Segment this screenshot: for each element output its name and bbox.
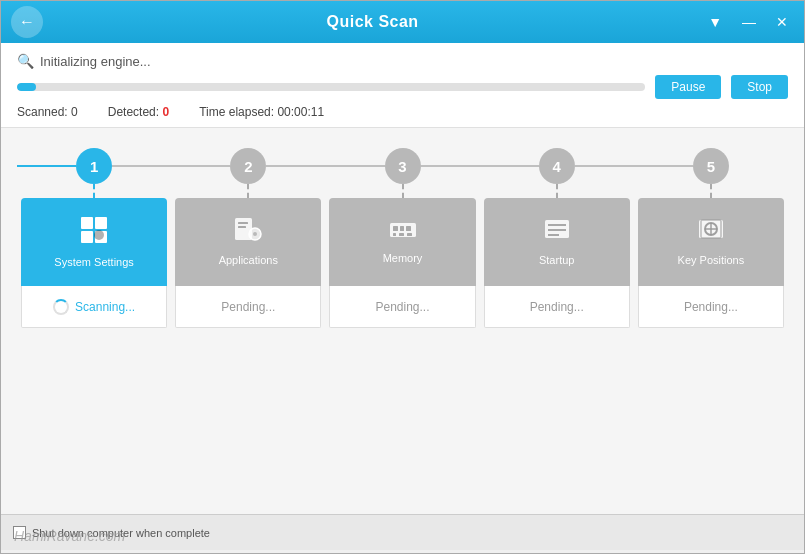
stop-button[interactable]: Stop <box>731 75 788 99</box>
scan-status-text: Initializing engine... <box>40 54 151 69</box>
step-connector-5 <box>710 184 712 198</box>
step-circle-3: 3 <box>385 148 421 184</box>
svg-rect-12 <box>400 226 404 231</box>
step-card-area-1: System Settings Scanning... <box>21 198 167 328</box>
step-header-2: 2 <box>171 148 325 184</box>
step-col-4: 4 Startup Pending... <box>480 148 634 328</box>
detected-label: Detected: 0 <box>108 105 169 119</box>
svg-rect-14 <box>393 233 396 236</box>
title-bar: ← Quick Scan ▼ — ✕ <box>1 1 804 43</box>
step-card-2: Applications <box>175 198 321 286</box>
svg-rect-2 <box>81 231 93 243</box>
step-header-4: 4 <box>480 148 634 184</box>
progress-row: Pause Stop <box>17 75 788 99</box>
app-title: Quick Scan <box>43 13 702 31</box>
main-content: 1 System Settings Scanning... 2 <box>1 128 804 514</box>
step-line-right-3 <box>421 165 480 167</box>
step-col-2: 2 Applications Pending... <box>171 148 325 328</box>
svg-rect-1 <box>95 217 107 229</box>
close-button[interactable]: ✕ <box>770 12 794 32</box>
step-line-right-4 <box>575 165 634 167</box>
step-card-icon-3 <box>388 218 418 246</box>
detected-value: 0 <box>162 105 169 119</box>
svg-point-7 <box>253 232 257 236</box>
step-card-icon-1 <box>78 214 110 250</box>
pause-button[interactable]: Pause <box>655 75 721 99</box>
step-card-label-4: Startup <box>539 254 574 267</box>
step-circle-2: 2 <box>230 148 266 184</box>
scan-area: 🔍 Initializing engine... Pause Stop Scan… <box>1 43 804 128</box>
window-controls: ▼ — ✕ <box>702 12 794 32</box>
svg-rect-9 <box>238 226 246 228</box>
step-card-icon-2 <box>233 216 263 248</box>
spinner <box>53 299 69 315</box>
step-status-3: Pending... <box>329 286 475 328</box>
step-card-label-2: Applications <box>219 254 278 267</box>
step-header-3: 3 <box>325 148 479 184</box>
step-header-5: 5 <box>634 148 788 184</box>
svg-rect-0 <box>81 217 93 229</box>
step-status-text-4: Pending... <box>530 300 584 314</box>
step-line-left-4 <box>480 165 539 167</box>
filter-button[interactable]: ▼ <box>702 12 728 32</box>
svg-rect-11 <box>393 226 398 231</box>
step-connector-4 <box>556 184 558 198</box>
step-status-text-2: Pending... <box>221 300 275 314</box>
step-col-3: 3 Memory Pending... <box>325 148 479 328</box>
svg-rect-8 <box>238 222 248 224</box>
scan-status-row: 🔍 Initializing engine... <box>17 53 788 69</box>
back-icon: ← <box>19 13 35 31</box>
step-line-left-5 <box>634 165 693 167</box>
step-line-right-1 <box>112 165 171 167</box>
step-connector-3 <box>402 184 404 198</box>
svg-point-4 <box>94 230 104 240</box>
step-status-1: Scanning... <box>21 286 167 328</box>
svg-rect-15 <box>399 233 404 236</box>
back-button[interactable]: ← <box>11 6 43 38</box>
step-card-icon-4 <box>543 216 571 248</box>
step-connector-1 <box>93 184 95 198</box>
step-card-4: Startup <box>484 198 630 286</box>
step-col-5: 5 Key Positions Pending... <box>634 148 788 328</box>
step-card-5: Key Positions <box>638 198 784 286</box>
step-card-label-3: Memory <box>383 252 423 265</box>
step-line-right-5 <box>729 165 788 167</box>
time-label: Time elapsed: 00:00:11 <box>199 105 324 119</box>
step-status-text-1: Scanning... <box>75 300 135 314</box>
step-card-area-2: Applications Pending... <box>175 198 321 328</box>
step-status-4: Pending... <box>484 286 630 328</box>
progress-bar-fill <box>17 83 36 91</box>
step-status-5: Pending... <box>638 286 784 328</box>
svg-rect-13 <box>406 226 411 231</box>
svg-rect-16 <box>407 233 412 236</box>
step-card-label-5: Key Positions <box>678 254 745 267</box>
progress-bar-container <box>17 83 645 91</box>
step-col-1: 1 System Settings Scanning... <box>17 148 171 328</box>
scan-meta-row: Scanned: 0 Detected: 0 Time elapsed: 00:… <box>17 105 788 119</box>
step-card-label-1: System Settings <box>54 256 133 269</box>
step-circle-1: 1 <box>76 148 112 184</box>
step-card-icon-5 <box>697 216 725 248</box>
shutdown-label: Shut down computer when complete <box>32 527 210 539</box>
step-line-left-1 <box>17 165 76 167</box>
step-status-text-5: Pending... <box>684 300 738 314</box>
step-circle-4: 4 <box>539 148 575 184</box>
step-card-1: System Settings <box>21 198 167 286</box>
search-icon: 🔍 <box>17 53 34 69</box>
step-circle-5: 5 <box>693 148 729 184</box>
step-card-area-3: Memory Pending... <box>329 198 475 328</box>
footer: Shut down computer when complete <box>1 514 804 550</box>
step-card-3: Memory <box>329 198 475 286</box>
step-card-area-5: Key Positions Pending... <box>638 198 784 328</box>
step-line-right-2 <box>266 165 325 167</box>
shutdown-checkbox[interactable] <box>13 526 26 539</box>
step-connector-2 <box>247 184 249 198</box>
step-header-1: 1 <box>17 148 171 184</box>
step-line-left-2 <box>171 165 230 167</box>
step-status-text-3: Pending... <box>375 300 429 314</box>
steps-container: 1 System Settings Scanning... 2 <box>17 148 788 328</box>
minimize-button[interactable]: — <box>736 12 762 32</box>
step-line-left-3 <box>325 165 384 167</box>
step-card-area-4: Startup Pending... <box>484 198 630 328</box>
scanned-label: Scanned: 0 <box>17 105 78 119</box>
